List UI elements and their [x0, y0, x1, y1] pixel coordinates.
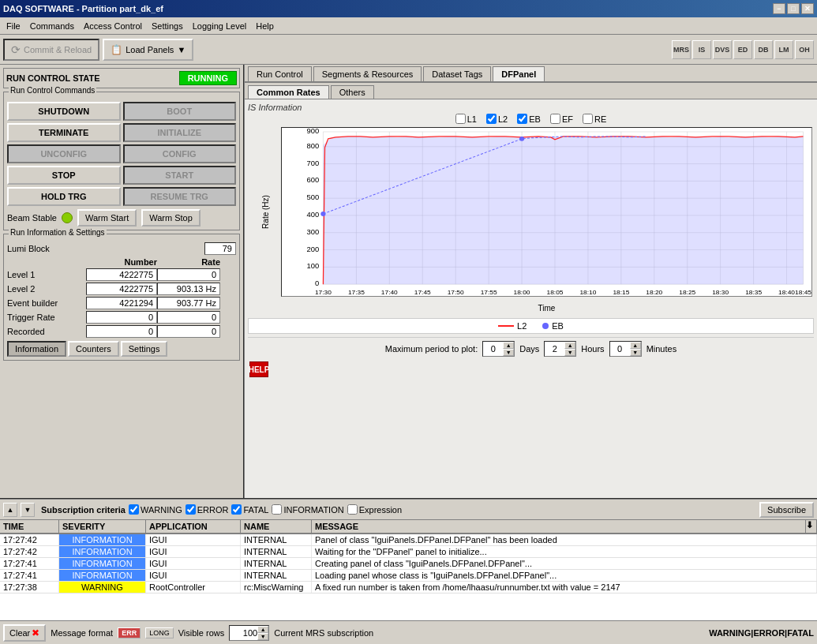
trigger-rate-row: Trigger Rate 0 0: [7, 311, 236, 324]
title-bar: DAQ SOFTWARE - Partition part_dk_ef − □ …: [0, 0, 817, 17]
hours-input[interactable]: [545, 344, 564, 354]
boot-button[interactable]: BOOT: [123, 102, 237, 121]
re-checkbox-label[interactable]: RE: [583, 114, 606, 124]
db-icon[interactable]: DB: [754, 40, 773, 59]
days-input[interactable]: [483, 344, 503, 354]
config-button[interactable]: CONFIG: [123, 144, 237, 163]
menu-access-control[interactable]: Access Control: [79, 20, 147, 32]
error-checkbox-label[interactable]: ERROR: [186, 504, 229, 515]
visible-rows-spinner[interactable]: ▲ ▼: [229, 625, 269, 641]
minutes-spinner[interactable]: ▲ ▼: [609, 341, 642, 357]
subscribe-button[interactable]: Subscribe: [759, 502, 814, 518]
event-builder-row: Event builder 4221294 903.77 Hz: [7, 297, 236, 309]
terminate-button[interactable]: TERMINATE: [7, 123, 121, 142]
resume-trg-button[interactable]: RESUME TRG: [123, 187, 237, 206]
visible-rows-up[interactable]: ▲: [257, 626, 268, 633]
sub-tab-others[interactable]: Others: [331, 85, 374, 99]
days-label: Days: [519, 344, 539, 354]
lm-icon[interactable]: LM: [774, 40, 793, 59]
minimize-button[interactable]: −: [773, 3, 785, 14]
tab-segments-resources[interactable]: Segments & Resources: [313, 66, 422, 81]
ed-icon[interactable]: ED: [733, 40, 752, 59]
minutes-down-button[interactable]: ▼: [630, 349, 641, 356]
dvs-icon[interactable]: DVS: [713, 40, 732, 59]
short-format-button[interactable]: ERR: [118, 627, 141, 638]
minutes-input[interactable]: [610, 344, 630, 354]
ef-checkbox[interactable]: [550, 114, 560, 124]
lumi-block-label: Lumi Block: [7, 244, 50, 253]
expression-checkbox[interactable]: [347, 504, 358, 515]
menu-logging-level[interactable]: Logging Level: [188, 20, 252, 32]
commit-reload-button[interactable]: ⟳ Commit & Reload: [3, 39, 99, 61]
log-area: ▲ ▼ Subscription criteria WARNING ERROR …: [0, 498, 817, 644]
tab-run-control[interactable]: Run Control: [248, 66, 312, 81]
start-button[interactable]: START: [123, 166, 237, 185]
days-up-button[interactable]: ▲: [503, 342, 514, 349]
log-down-button[interactable]: ▼: [21, 503, 35, 517]
error-checkbox[interactable]: [186, 504, 196, 515]
long-format-button[interactable]: LONG: [145, 627, 174, 638]
message-format-label: Message format: [51, 628, 113, 638]
left-panel: RUN CONTROL STATE RUNNING Run Control Co…: [0, 65, 245, 498]
days-spinner[interactable]: ▲ ▼: [482, 341, 515, 357]
sub-tab-common-rates[interactable]: Common Rates: [248, 85, 329, 99]
settings-tab[interactable]: Settings: [121, 341, 168, 357]
visible-rows-input[interactable]: [230, 628, 257, 638]
menu-commands[interactable]: Commands: [25, 20, 79, 32]
re-checkbox[interactable]: [583, 114, 593, 124]
counters-tab[interactable]: Counters: [68, 341, 119, 357]
mrs-icon[interactable]: MRS: [672, 40, 691, 59]
commit-icon: ⟳: [11, 43, 21, 56]
minutes-up-button[interactable]: ▲: [630, 342, 641, 349]
l1-checkbox[interactable]: [455, 114, 466, 124]
is-icon[interactable]: IS: [692, 40, 711, 59]
days-down-button[interactable]: ▼: [503, 349, 514, 356]
log-row: 17:27:41 INFORMATION IGUI INTERNAL Creat…: [0, 558, 817, 570]
fatal-checkbox[interactable]: [231, 504, 242, 515]
hold-trg-button[interactable]: HOLD TRG: [7, 187, 121, 206]
warning-checkbox-label[interactable]: WARNING: [129, 504, 182, 515]
commands-section: Run Control Commands SHUTDOWN BOOT TERMI…: [3, 92, 240, 230]
information-checkbox-label[interactable]: INFORMATION: [272, 504, 343, 515]
eb-checkbox-label[interactable]: EB: [517, 114, 541, 124]
warning-checkbox[interactable]: [129, 504, 139, 515]
l2-checkbox[interactable]: [486, 114, 497, 124]
help-button[interactable]: HELP: [249, 361, 268, 377]
eb-checkbox[interactable]: [517, 114, 527, 124]
sub-tabs: Common Rates Others: [245, 83, 817, 99]
visible-rows-down[interactable]: ▼: [257, 633, 268, 640]
clear-button[interactable]: Clear ✖: [3, 624, 46, 642]
shutdown-button[interactable]: SHUTDOWN: [7, 102, 121, 121]
log-up-button[interactable]: ▲: [3, 503, 17, 517]
expression-checkbox-label[interactable]: Expression: [347, 504, 402, 515]
fatal-checkbox-label[interactable]: FATAL: [231, 504, 268, 515]
oh-icon[interactable]: OH: [795, 40, 814, 59]
log-bottom-bar: Clear ✖ Message format ERR LONG Visible …: [0, 620, 817, 644]
tab-dataset-tags[interactable]: Dataset Tags: [423, 66, 491, 81]
information-tab[interactable]: Information: [7, 341, 66, 357]
clear-icon: ✖: [32, 627, 39, 638]
menu-file[interactable]: File: [2, 20, 25, 32]
window-controls: − □ ✕: [773, 3, 814, 14]
information-checkbox[interactable]: [272, 504, 282, 515]
ef-checkbox-label[interactable]: EF: [550, 114, 573, 124]
hours-down-button[interactable]: ▼: [564, 349, 575, 356]
help-row: HELP: [248, 360, 814, 379]
hours-spinner[interactable]: ▲ ▼: [544, 341, 576, 357]
warm-start-button[interactable]: Warm Start: [77, 209, 137, 227]
l2-checkbox-label[interactable]: L2: [486, 114, 508, 124]
unconfig-button[interactable]: UNCONFIG: [7, 144, 121, 163]
menu-settings[interactable]: Settings: [147, 20, 188, 32]
close-button[interactable]: ✕: [801, 3, 814, 14]
stop-button[interactable]: STOP: [7, 166, 121, 185]
menu-help[interactable]: Help: [251, 20, 279, 32]
criteria-label: Subscription criteria: [41, 505, 126, 515]
initialize-button[interactable]: INITIALIZE: [123, 123, 237, 142]
svg-text:18:30: 18:30: [712, 289, 729, 296]
warm-stop-button[interactable]: Warm Stop: [141, 209, 201, 227]
maximize-button[interactable]: □: [787, 3, 800, 14]
load-panels-button[interactable]: 📋 Load Panels ▼: [103, 39, 193, 61]
hours-up-button[interactable]: ▲: [564, 342, 575, 349]
l1-checkbox-label[interactable]: L1: [455, 114, 477, 124]
tab-dfpanel[interactable]: DFPanel: [493, 66, 545, 81]
